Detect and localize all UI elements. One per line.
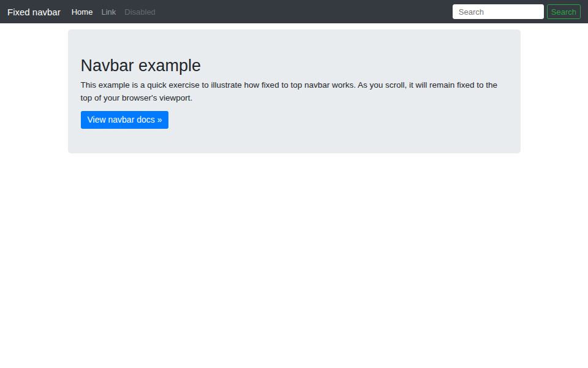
nav-item-disabled: Disabled [120, 7, 160, 17]
search-input[interactable] [453, 4, 544, 19]
page-title: Navbar example [81, 56, 508, 75]
nav-item-home[interactable]: Home [67, 7, 97, 17]
navbar: Fixed navbar Home Link Disabled Search [0, 0, 588, 23]
search-button[interactable]: Search [547, 4, 581, 19]
view-navbar-docs-button[interactable]: View navbar docs » [81, 111, 169, 129]
jumbotron: Navbar example This example is a quick e… [68, 29, 521, 153]
navbar-brand[interactable]: Fixed navbar [7, 7, 61, 17]
search-form: Search [453, 4, 581, 19]
jumbotron-description: This example is a quick exercise to illu… [81, 79, 508, 104]
navbar-nav: Home Link Disabled [67, 7, 160, 17]
nav-item-link[interactable]: Link [97, 7, 120, 17]
